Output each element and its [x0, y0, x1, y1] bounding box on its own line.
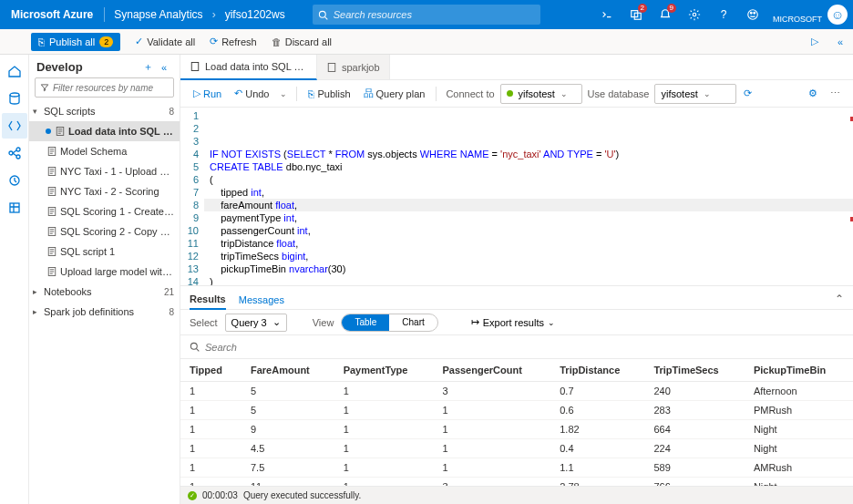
editor-more-button[interactable]: ⋯ [825, 84, 846, 104]
refresh-db-button[interactable]: ⟳ [738, 84, 757, 104]
tree-item[interactable]: Load data into SQL Pool [29, 121, 180, 141]
global-search-input[interactable] [334, 9, 535, 20]
rail-develop[interactable] [2, 113, 27, 139]
sql-file-icon [46, 246, 58, 257]
tree-item[interactable]: SQL script 1 [29, 242, 180, 262]
use-database-dropdown[interactable]: yifsotest [654, 84, 736, 104]
upload-icon: ⎘ [308, 88, 314, 99]
expand-panel-button[interactable]: « [827, 36, 853, 47]
file-tab[interactable]: sparkjob [317, 55, 390, 79]
spark-icon [326, 62, 337, 73]
svg-line-25 [197, 349, 200, 352]
status-dot-icon [507, 90, 513, 97]
plan-icon: 品 [364, 87, 374, 100]
svg-point-5 [750, 12, 752, 14]
connect-to-dropdown[interactable]: yifsotest [500, 84, 582, 104]
column-header[interactable]: FareAmount [242, 359, 334, 382]
messages-tab[interactable]: Messages [239, 294, 284, 309]
sql-editor[interactable]: 12345678910111213141516171819202122 IF N… [180, 108, 853, 286]
results-table[interactable]: TippedFareAmountPaymentTypePassengerCoun… [180, 359, 853, 486]
publish-button[interactable]: ⎘Publish [303, 84, 355, 104]
rail-monitor[interactable] [2, 168, 27, 193]
run-play-button[interactable]: ▷ [802, 36, 827, 47]
add-resource-button[interactable]: ＋ [139, 60, 156, 74]
publish-all-button[interactable]: ⎘ Publish all 2 [31, 33, 120, 51]
table-row[interactable]: 15110.6283PMRush [180, 401, 853, 420]
tree-item[interactable]: Upload large model with COPY INTO [29, 262, 180, 282]
tree-item[interactable]: NYC Taxi - 1 - Upload model [29, 161, 180, 181]
column-header[interactable]: PassengerCount [433, 359, 550, 382]
tree-item[interactable]: SQL Scoring 2 - Copy model into mo... [29, 221, 180, 242]
svg-rect-13 [10, 203, 19, 212]
results-tab[interactable]: Results [190, 293, 226, 310]
svg-point-9 [9, 151, 13, 155]
global-search[interactable] [313, 5, 540, 25]
search-icon [318, 10, 328, 20]
editor-settings-button[interactable]: ⚙ [803, 84, 823, 104]
rail-data[interactable] [2, 86, 27, 111]
filter-resources[interactable] [35, 77, 174, 98]
table-row[interactable]: 14.5110.4224Night [180, 439, 853, 458]
column-header[interactable]: PaymentType [334, 359, 434, 382]
column-header[interactable]: PickupTimeBin [745, 359, 853, 382]
svg-rect-23 [328, 63, 335, 71]
query-plan-button[interactable]: 品Query plan [358, 84, 431, 104]
table-row[interactable]: 17.5111.1589AMRush [180, 458, 853, 478]
play-icon: ▷ [193, 87, 200, 99]
refresh-icon: ⟳ [210, 36, 218, 47]
filter-icon [40, 83, 49, 92]
filter-input[interactable] [53, 83, 169, 93]
tree-item[interactable]: NYC Taxi - 2 - Scoring [29, 181, 180, 201]
tree-section[interactable]: ▸Spark job definitions8 [29, 302, 180, 322]
settings-button[interactable] [680, 0, 709, 29]
table-row[interactable]: 19111.82664Night [180, 420, 853, 439]
column-header[interactable]: Tipped [180, 359, 242, 382]
sql-icon [190, 61, 200, 72]
tree-item[interactable]: Model Schema [29, 141, 180, 161]
expand-icon: ▸ [33, 307, 42, 316]
account-info[interactable]: MICROSOFT [767, 5, 827, 24]
tree-section[interactable]: ▸Notebooks21 [29, 282, 180, 302]
avatar[interactable]: ☺ [827, 5, 848, 25]
use-database-label: Use database [584, 88, 653, 99]
notifications-button[interactable]: 9 [651, 0, 680, 29]
rail-home[interactable] [2, 58, 27, 84]
view-toggle: Table Chart [341, 314, 437, 332]
develop-title: Develop [36, 60, 139, 74]
svg-point-7 [748, 10, 758, 20]
table-row[interactable]: 15130.7240Afternoon [180, 382, 853, 401]
directories-button[interactable]: 2 [622, 0, 651, 29]
azure-brand[interactable]: Microsoft Azure [0, 8, 104, 21]
sql-file-icon [46, 186, 58, 197]
view-label: View [313, 317, 334, 328]
export-results-button[interactable]: ↦Export results [471, 316, 555, 328]
results-search-input[interactable] [205, 342, 844, 353]
column-header[interactable]: TripTimeSecs [644, 359, 745, 382]
collapse-results-button[interactable]: ⌃ [835, 293, 844, 309]
select-query-dropdown[interactable]: Query 3 [225, 314, 287, 332]
validate-all-button[interactable]: ✓Validate all [128, 36, 202, 47]
tree-item[interactable]: SQL Scoring 1 - Create model table [29, 201, 180, 221]
view-chart-option[interactable]: Chart [389, 314, 437, 331]
run-button[interactable]: ▷Run [188, 84, 227, 104]
tree-section[interactable]: ▾SQL scripts8 [29, 101, 180, 121]
feedback-button[interactable] [738, 0, 767, 29]
file-tab[interactable]: Load data into SQL P... [180, 55, 317, 80]
refresh-button[interactable]: ⟳Refresh [202, 36, 264, 47]
view-table-option[interactable]: Table [342, 314, 389, 331]
undo-button[interactable]: ↶Undo [229, 84, 274, 104]
rail-integrate[interactable] [2, 140, 27, 166]
svg-point-0 [319, 11, 325, 17]
search-icon [190, 342, 200, 352]
breadcrumb-service[interactable]: Synapse Analytics [105, 8, 211, 21]
column-header[interactable]: TripDistance [550, 359, 644, 382]
chevron-down-icon[interactable]: ⌄ [276, 89, 291, 98]
panel-more-button[interactable]: « [156, 62, 172, 73]
sql-file-icon [46, 226, 58, 237]
table-row[interactable]: 111132.78766Night [180, 478, 853, 487]
discard-all-button[interactable]: 🗑Discard all [264, 36, 339, 47]
rail-manage[interactable] [2, 195, 27, 221]
success-icon: ✓ [188, 491, 197, 500]
cloud-shell-button[interactable] [592, 0, 622, 29]
help-button[interactable]: ? [709, 0, 738, 29]
